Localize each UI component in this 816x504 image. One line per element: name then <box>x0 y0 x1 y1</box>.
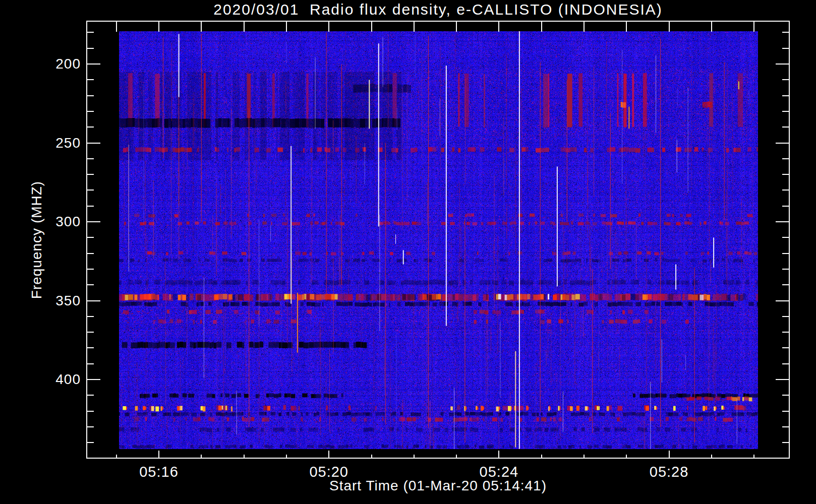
x-minor-tick-bottom <box>116 455 117 459</box>
y-minor-tick-left <box>87 253 94 254</box>
y-minor-tick-right <box>782 48 789 49</box>
y-minor-tick-right <box>782 79 789 80</box>
y-minor-tick-right <box>782 127 789 128</box>
y-minor-tick-right <box>782 347 789 348</box>
y-minor-tick-right <box>782 411 789 412</box>
x-tick-top <box>371 22 372 32</box>
y-minor-tick-left <box>87 174 94 175</box>
y-minor-tick-right <box>782 237 789 238</box>
x-tick-top <box>286 22 287 32</box>
x-minor-tick-bottom <box>711 455 712 459</box>
plot-title: 2020/03/01 Radio flux density, e-CALLIST… <box>86 1 790 18</box>
x-tick-top <box>201 22 202 32</box>
y-tick-label: 400 <box>35 371 81 388</box>
y-minor-tick-left <box>87 347 94 348</box>
y-tick-label: 200 <box>35 56 81 72</box>
x-tick-top <box>116 22 117 32</box>
y-minor-tick-right <box>782 269 789 270</box>
y-major-tick-left <box>87 221 100 222</box>
x-tick-top <box>753 22 754 32</box>
y-minor-tick-left <box>87 32 94 33</box>
x-major-tick-bottom <box>158 451 159 459</box>
y-minor-tick-right <box>782 395 789 396</box>
x-tick-top <box>669 22 670 32</box>
y-minor-tick-left <box>87 363 94 364</box>
x-minor-tick-bottom <box>371 455 372 459</box>
y-minor-tick-left <box>87 48 94 49</box>
y-minor-tick-right <box>782 111 789 112</box>
x-tick-top <box>541 22 542 32</box>
y-major-tick-right <box>776 300 789 301</box>
y-minor-tick-right <box>782 284 789 285</box>
x-major-tick-bottom <box>328 451 329 459</box>
y-tick-label: 250 <box>35 135 81 151</box>
x-tick-top <box>584 22 585 32</box>
x-axis-title: Start Time (01-Mar-20 05:14:41) <box>86 478 790 494</box>
y-major-tick-right <box>776 379 789 380</box>
y-minor-tick-right <box>782 442 789 443</box>
y-major-tick-right <box>776 143 789 144</box>
y-minor-tick-right <box>782 316 789 317</box>
y-minor-tick-left <box>87 237 94 238</box>
y-major-tick-left <box>87 300 100 301</box>
y-major-tick-right <box>776 64 789 65</box>
y-minor-tick-right <box>782 426 789 427</box>
x-minor-tick-bottom <box>201 455 202 459</box>
x-minor-tick-bottom <box>414 455 415 459</box>
y-minor-tick-left <box>87 442 94 443</box>
y-major-tick-left <box>87 379 100 380</box>
x-minor-tick-bottom <box>541 455 542 459</box>
x-major-tick-bottom <box>669 451 670 459</box>
y-major-tick-left <box>87 64 100 65</box>
y-minor-tick-right <box>782 332 789 333</box>
y-minor-tick-right <box>782 174 789 175</box>
y-minor-tick-left <box>87 316 94 317</box>
x-minor-tick-bottom <box>753 455 754 459</box>
y-minor-tick-left <box>87 269 94 270</box>
y-minor-tick-left <box>87 284 94 285</box>
y-minor-tick-right <box>782 95 789 96</box>
x-tick-top <box>626 22 627 32</box>
x-tick-top <box>498 22 499 32</box>
y-minor-tick-right <box>782 190 789 191</box>
y-minor-tick-left <box>87 395 94 396</box>
spectrogram-canvas <box>119 31 758 449</box>
x-tick-top <box>414 22 415 32</box>
y-minor-tick-left <box>87 158 94 159</box>
x-tick-top <box>711 22 712 32</box>
x-minor-tick-bottom <box>626 455 627 459</box>
x-minor-tick-bottom <box>286 455 287 459</box>
x-tick-top <box>456 22 457 32</box>
y-minor-tick-left <box>87 95 94 96</box>
y-minor-tick-left <box>87 127 94 128</box>
x-minor-tick-bottom <box>456 455 457 459</box>
x-major-tick-bottom <box>498 451 499 459</box>
y-major-tick-right <box>776 221 789 222</box>
y-minor-tick-left <box>87 206 94 207</box>
y-minor-tick-left <box>87 332 94 333</box>
x-tick-top <box>158 22 159 32</box>
y-minor-tick-right <box>782 206 789 207</box>
y-minor-tick-right <box>782 32 789 33</box>
y-minor-tick-left <box>87 411 94 412</box>
y-minor-tick-left <box>87 79 94 80</box>
y-minor-tick-left <box>87 190 94 191</box>
x-tick-top <box>244 22 245 32</box>
x-minor-tick-bottom <box>244 455 245 459</box>
x-minor-tick-bottom <box>584 455 585 459</box>
y-minor-tick-right <box>782 363 789 364</box>
y-minor-tick-right <box>782 253 789 254</box>
x-tick-top <box>328 22 329 32</box>
y-minor-tick-right <box>782 158 789 159</box>
y-axis-title: Frequency (MHZ) <box>29 181 45 299</box>
spectrogram-page: 2020/03/01 Radio flux density, e-CALLIST… <box>0 0 816 504</box>
y-minor-tick-left <box>87 426 94 427</box>
y-major-tick-left <box>87 143 100 144</box>
y-minor-tick-left <box>87 111 94 112</box>
